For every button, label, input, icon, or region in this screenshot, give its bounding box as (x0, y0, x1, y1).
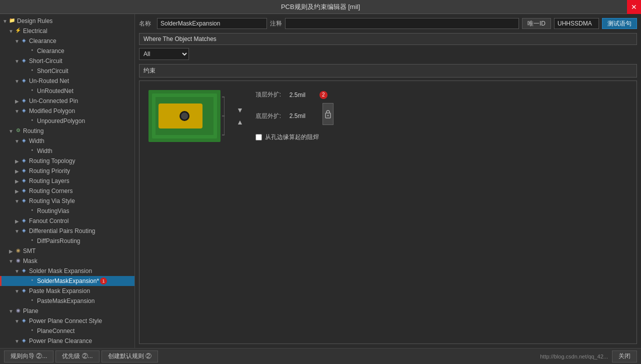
where-row: All (139, 48, 637, 60)
tree-item-routing-layers[interactable]: ▶ ◈ Routing Layers (0, 176, 134, 186)
top-expand-row: 顶层外扩: 2.5mil 2 (256, 90, 334, 99)
tree-item-plane-clearance-item[interactable]: ▪ PlaneClearance (0, 346, 134, 348)
constraint-header: 约束 (139, 64, 637, 78)
tree-item-routing-topology[interactable]: ▶ ◈ Routing Topology (0, 156, 134, 166)
top-expand-label: 顶层外扩: (256, 90, 286, 99)
bottom-expand-label: 底层外扩: (256, 112, 286, 120)
test-button[interactable]: 测试语句 (602, 18, 637, 29)
tree-item-paste-mask-group[interactable]: ▼ ◈ Paste Mask Expansion (0, 286, 134, 296)
tree-item-plane[interactable]: ▼ ◉ Plane (0, 306, 134, 316)
titlebar: PCB规则及约束编辑器 [mil] ✕ (0, 0, 641, 14)
close-bottom-button[interactable]: 关闭 (612, 350, 637, 362)
tree-item-power-plane-clearance-group[interactable]: ▼ ◈ Power Plane Clearance (0, 336, 134, 346)
right-panel: 名称 注释 唯一ID 测试语句 Where The Object Matches… (135, 14, 641, 348)
tree-item-power-plane-connect-group[interactable]: ▼ ◈ Power Plane Connect Style (0, 316, 134, 326)
unique-id-input[interactable] (554, 18, 599, 29)
checkbox-row: 从孔边缘算起的阻焊 (256, 133, 334, 142)
tree-item-routing-via-style-group[interactable]: ▼ ◈ Routing Via Style (0, 196, 134, 206)
tree-container[interactable]: ▼ 📁 Design Rules ▼ ⚡ Electrical ▼ ◈ Clea… (0, 14, 134, 348)
tree-item-clearance-item[interactable]: ▪ Clearance (0, 46, 134, 56)
checkbox-label: 从孔边缘算起的阻焊 (265, 133, 319, 142)
tree-item-clearance-group[interactable]: ▼ ◈ Clearance (0, 36, 134, 46)
name-input[interactable] (157, 18, 267, 29)
solder-mask-badge: 1 (100, 278, 107, 284)
name-label: 名称 (139, 20, 154, 28)
tree-item-un-routed-net-group[interactable]: ▼ ◈ Un-Routed Net (0, 76, 134, 86)
tree-item-diff-pairs-group[interactable]: ▼ ◈ Differential Pairs Routing (0, 226, 134, 236)
name-row: 名称 注释 唯一ID 测试语句 (139, 18, 637, 29)
lock-button[interactable] (322, 103, 334, 125)
svg-point-13 (327, 115, 328, 116)
tree-item-smt[interactable]: ▶ ◉ SMT (0, 246, 134, 256)
create-default-button[interactable]: 创建默认规则 ② (102, 350, 158, 362)
main-layout: ▼ 📁 Design Rules ▼ ⚡ Electrical ▼ ◈ Clea… (0, 14, 641, 348)
tree-item-solder-mask-group[interactable]: ▼ ◈ Solder Mask Expansion (0, 266, 134, 276)
tree-item-modified-polygon-group[interactable]: ▼ ◈ Modified Polygon (0, 106, 134, 116)
where-header: Where The Object Matches (139, 33, 637, 45)
tree-item-solder-mask-item[interactable]: ▪ SolderMaskExpansion* 1 (0, 276, 134, 286)
bottom-bar: 规则向导 ②... 优先级 ②... 创建默认规则 ② http://blog.… (0, 348, 641, 364)
left-panel: ▼ 📁 Design Rules ▼ ⚡ Electrical ▼ ◈ Clea… (0, 14, 135, 348)
svg-point-6 (181, 112, 188, 120)
constraint-fields: 顶层外扩: 2.5mil 2 底层外扩: 2.5mil (256, 90, 334, 142)
top-expand-badge: 2 (320, 91, 328, 99)
constraint-box: ▼ ▲ 顶层外扩: 2.5mil 2 底层外扩: 2.5mil (139, 80, 637, 344)
tree-item-width-item[interactable]: ▪ Width (0, 146, 134, 156)
tree-item-short-circuit-group[interactable]: ▼ ◈ Short-Circuit (0, 56, 134, 66)
guide-button[interactable]: 规则向导 ②... (4, 350, 54, 362)
tree-item-design-rules[interactable]: ▼ 📁 Design Rules (0, 16, 134, 26)
bottom-expand-value: 2.5mil (290, 112, 314, 120)
close-button[interactable]: ✕ (627, 0, 641, 14)
tree-item-modified-polygon-item[interactable]: ▪ UnpouredPolygon (0, 116, 134, 126)
constraint-content: ▼ ▲ 顶层外扩: 2.5mil 2 底层外扩: 2.5mil (144, 86, 632, 146)
tree-item-routing-vias-item[interactable]: ▪ RoutingVias (0, 206, 134, 216)
where-select[interactable]: All (139, 48, 189, 60)
comment-input[interactable] (285, 18, 519, 29)
bottom-expand-row: 底层外扩: 2.5mil (256, 112, 314, 120)
priority-button[interactable]: 优先级 ②... (56, 350, 99, 362)
comment-label: 注释 (270, 20, 282, 28)
pcb-svg (144, 86, 224, 146)
status-url: http://blog.csdn.net/qq_42... (540, 354, 608, 360)
tree-item-electrical[interactable]: ▼ ⚡ Electrical (0, 26, 134, 36)
tree-item-fanout-control[interactable]: ▶ ◈ Fanout Control (0, 216, 134, 226)
tree-item-plane-connect-item[interactable]: ▪ PlaneConnect (0, 326, 134, 336)
unique-id-button[interactable]: 唯一ID (522, 18, 551, 29)
tree-item-short-circuit-item[interactable]: ▪ ShortCircuit (0, 66, 134, 76)
status-bar-right: http://blog.csdn.net/qq_42... 关闭 (540, 350, 637, 362)
window-title: PCB规则及约束编辑器 [mil] (281, 2, 360, 12)
tree-item-paste-mask-item[interactable]: ▪ PasteMaskExpansion (0, 296, 134, 306)
tree-item-un-routed-net-item[interactable]: ▪ UnRoutedNet (0, 86, 134, 96)
tree-item-diff-pairs-item[interactable]: ▪ DiffPairsRouting (0, 236, 134, 246)
tree-item-un-connected-pin[interactable]: ▶ ◈ Un-Connected Pin (0, 96, 134, 106)
pcb-visual (144, 86, 224, 146)
top-expand-value: 2.5mil (290, 92, 314, 98)
from-hole-checkbox[interactable] (256, 134, 262, 140)
tree-item-width-group[interactable]: ▼ ◈ Width (0, 136, 134, 146)
tree-item-routing[interactable]: ▼ ⚙ Routing (0, 126, 134, 136)
tree-item-mask[interactable]: ▼ ◉ Mask (0, 256, 134, 266)
tree-item-routing-priority[interactable]: ▶ ◈ Routing Priority (0, 166, 134, 176)
tree-item-routing-corners[interactable]: ▶ ◈ Routing Corners (0, 186, 134, 196)
